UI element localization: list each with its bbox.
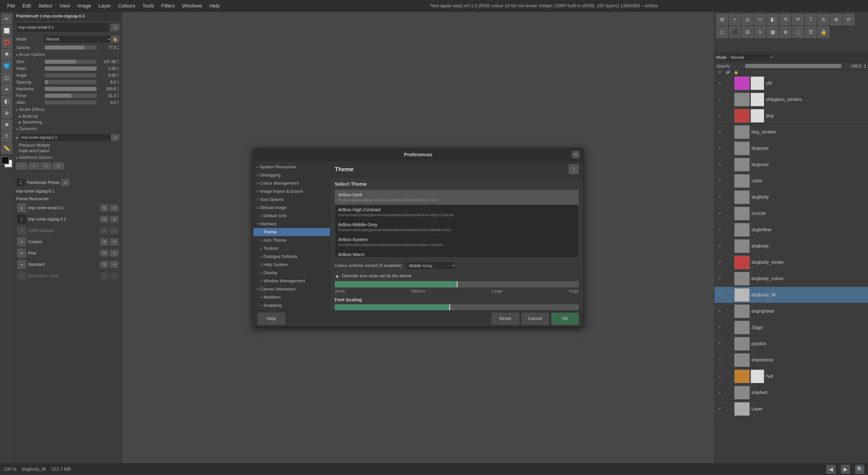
preset-remove-btn[interactable]: − — [29, 163, 39, 169]
rt-icon-3[interactable]: ◎ — [742, 13, 753, 25]
layer-eye-shipinterior[interactable]: 👁 — [716, 356, 723, 364]
rt-icon-15[interactable]: ≡ — [754, 26, 766, 38]
layer-eye-dogbody-fill[interactable]: 👁 — [716, 291, 723, 298]
layer-item-hull[interactable]: 👁 hull — [714, 368, 868, 384]
tool-clone[interactable]: ⊕ — [1, 108, 12, 119]
rt-icon-12[interactable]: ◻ — [716, 26, 728, 38]
rt-icon-17[interactable]: ⊕ — [779, 26, 791, 38]
layer-item-collar[interactable]: 👁 collar — [714, 173, 868, 189]
preset-copy-3[interactable]: ⧉ — [100, 239, 108, 245]
preset-copy-0[interactable]: ⧉ — [100, 204, 108, 211]
pressure-multiply[interactable]: Pressure Multiply — [13, 142, 122, 148]
rt-icon-16[interactable]: ▦ — [767, 26, 779, 38]
preset-del-0[interactable]: ✕ — [110, 204, 118, 211]
status-zoom-btn[interactable]: 🔍 — [855, 465, 864, 474]
tool-paintbrush[interactable]: ✏ — [1, 13, 12, 25]
rt-icon-13[interactable]: ⬛ — [729, 26, 741, 38]
nav-canvas-interaction[interactable]: ▾ Canvas Interaction — [253, 285, 330, 293]
colour-scheme-select[interactable]: Middle Grey — [406, 261, 455, 270]
theme-item-3[interactable]: Artbox-System /home/mark/code/gnome/shar… — [335, 235, 579, 250]
layer-eye-dogeyes[interactable]: 👁 — [716, 145, 723, 152]
rt-icon-10[interactable]: ⊕ — [830, 13, 842, 25]
layer-eye-dognose[interactable]: 👁 — [716, 161, 723, 168]
fade-colour[interactable]: Fade and Colour — [13, 148, 122, 154]
cancel-button[interactable]: Cancel — [522, 313, 549, 324]
layer-item-dogrightear[interactable]: 👁 dogrightear — [714, 303, 868, 319]
layer-eye-dog[interactable]: 👁 — [716, 112, 723, 120]
preset-copy-5[interactable]: ⧉ — [100, 261, 108, 268]
layer-eye-dogbody[interactable]: 👁 — [716, 243, 723, 250]
rt-icon-4[interactable]: ✂ — [754, 13, 766, 25]
layer-item-shipinterior[interactable]: 👁 shipinterior — [714, 352, 868, 368]
rt-icon-5[interactable]: ◧ — [767, 13, 779, 25]
layer-item-joystick[interactable]: 👁 joystick — [714, 336, 868, 352]
mode-lock-btn[interactable]: 🔒 — [111, 36, 119, 42]
nav-display[interactable]: ▸ Display — [253, 269, 330, 277]
pref-options-btn[interactable]: ⋮ — [569, 164, 579, 174]
layer-item-dogbelly[interactable]: 👁 dogBelly — [714, 189, 868, 205]
layer-item-dogeyes[interactable]: 👁 dogeyes — [714, 140, 868, 157]
ok-button[interactable]: OK — [552, 313, 579, 324]
tool-gradient[interactable]: ◫ — [1, 72, 12, 83]
layer-eye-dogleftear[interactable]: 👁 — [716, 226, 723, 233]
brush-reset-btn[interactable]: ↺ — [111, 24, 119, 31]
preset-del-4[interactable]: ✕ — [110, 250, 118, 256]
layer-eye-muzzle[interactable]: 👁 — [716, 210, 723, 217]
foreground-color[interactable] — [1, 157, 9, 164]
layer-eye-ufo[interactable]: 👁 — [716, 80, 723, 87]
layer-eye-dogrightear[interactable]: 👁 — [716, 308, 723, 315]
menu-help[interactable]: Help — [206, 2, 223, 10]
build-up-item[interactable]: ▸Build-Up — [13, 113, 122, 119]
smoothing-item[interactable]: ▸Smoothing — [13, 119, 122, 125]
rt-icon-9[interactable]: A — [817, 13, 829, 25]
tool-lasso[interactable]: ✱ — [1, 49, 12, 60]
theme-item-2[interactable]: Artbox-Middle-Grey /home/mark/code/gnome… — [335, 220, 579, 235]
theme-item-0[interactable]: Artbox-Dark /home/mark/code/gnome/share/… — [335, 190, 579, 205]
override-checkbox[interactable]: ◈ — [335, 274, 340, 279]
menu-tools[interactable]: Tools — [139, 2, 158, 10]
status-prev-btn[interactable]: ◀ — [826, 465, 835, 474]
layer-eye-shipfeet[interactable]: 👁 — [716, 389, 723, 396]
nav-system-resources[interactable]: ▸ System Resources — [253, 163, 330, 171]
layer-item-layer[interactable]: 👁 Layer — [714, 401, 868, 417]
preset-del-2[interactable]: ✕ — [110, 227, 118, 234]
tool-eraser[interactable]: ◧ — [1, 96, 12, 107]
menu-view[interactable]: View — [56, 2, 74, 10]
menu-windows[interactable]: Windows — [179, 2, 206, 10]
rt-icon-1[interactable]: ⊞ — [716, 13, 728, 25]
nav-help-system[interactable]: ▸ Help System — [253, 260, 330, 269]
menu-image[interactable]: Image — [74, 2, 95, 10]
preset-del-6[interactable]: ✕ — [110, 272, 118, 279]
rt-icon-7[interactable]: ⟳ — [792, 13, 804, 25]
dynamics-input[interactable] — [19, 133, 111, 141]
opacity-track[interactable] — [45, 45, 97, 50]
menu-file[interactable]: File — [4, 2, 19, 10]
layer-item-dogbody-colour[interactable]: 👁 dogbody_colour — [714, 271, 868, 287]
reset-button[interactable]: Reset — [492, 313, 519, 324]
nav-icon-theme[interactable]: ▸ Icon Theme — [253, 236, 330, 244]
nav-image-import-export[interactable]: ▸ Image Import & Export — [253, 187, 330, 195]
jitter-track[interactable] — [45, 100, 97, 104]
rt-icon-14[interactable]: ⊟ — [742, 26, 753, 38]
layer-item-dognose[interactable]: 👁 dognose — [714, 157, 868, 173]
dynamics-header[interactable]: Dynamics — [13, 125, 122, 132]
preset-del-5[interactable]: ✕ — [110, 261, 118, 268]
theme-item-4[interactable]: Artbox-Warm /home/mark/code/gnome/share/… — [335, 250, 579, 258]
tool-heal[interactable]: ✚ — [1, 120, 12, 130]
layer-eye-dogbelly[interactable]: 👁 — [716, 194, 723, 201]
nav-snapping[interactable]: ▸ Snapping — [253, 301, 330, 310]
nav-interface[interactable]: ▾ Interface — [253, 220, 330, 228]
nav-default-image[interactable]: ▸ Default Image — [253, 203, 330, 212]
nav-debugging[interactable]: ▸ Debugging — [253, 171, 330, 179]
menu-layer[interactable]: Layer — [95, 2, 115, 10]
additional-options-header[interactable]: Additional Options — [13, 154, 122, 161]
mode-select[interactable]: Normal — [43, 35, 111, 43]
preset-edit-btn[interactable]: ✏ — [41, 163, 52, 169]
nav-tool-options[interactable]: ▸ Tool Options — [253, 195, 330, 203]
layer-item-ufo[interactable]: 👁 ufo — [714, 75, 868, 91]
nav-default-grid[interactable]: ▸ Default Grid — [253, 212, 330, 220]
rt-icon-6[interactable]: ⟲ — [779, 13, 791, 25]
rt-icon-20[interactable]: 🔒 — [817, 26, 829, 38]
tool-fill[interactable]: 🪣 — [1, 61, 12, 71]
layer-eye-joystick[interactable]: 👁 — [716, 340, 723, 347]
